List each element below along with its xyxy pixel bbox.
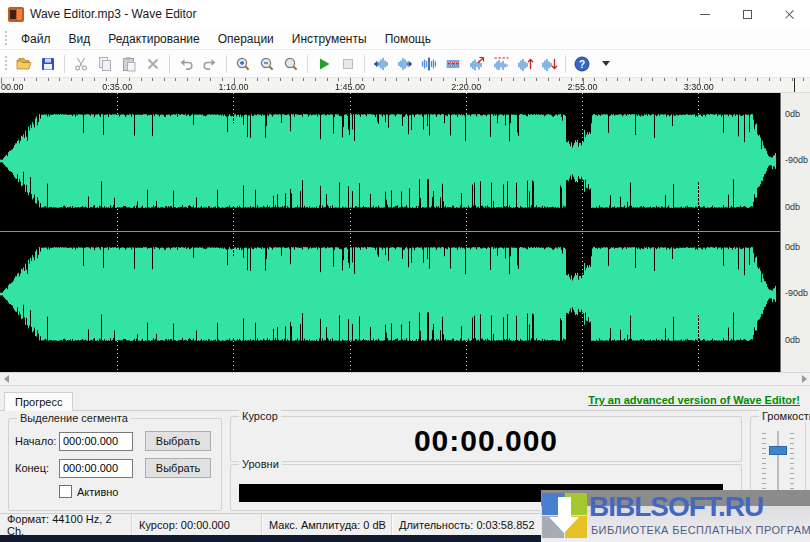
levels-group-title: Уровни [239, 458, 282, 470]
trim-left-icon [372, 55, 390, 73]
minimize-icon [700, 14, 710, 15]
attenuate-button[interactable] [537, 52, 561, 76]
segment-group-title: Выделение сегмента [17, 412, 131, 424]
play-icon [315, 55, 333, 73]
help-icon: ? [573, 55, 591, 73]
copy-button[interactable] [93, 52, 117, 76]
select-start-button[interactable]: Выбрать [145, 431, 211, 451]
amplify-up-icon [516, 55, 534, 73]
menu-edit[interactable]: Редактирование [99, 29, 208, 49]
minimize-button[interactable] [684, 0, 726, 28]
db-label: 0db [785, 202, 800, 212]
menu-operations[interactable]: Операции [209, 29, 283, 49]
split-button[interactable] [417, 52, 441, 76]
app-icon [8, 7, 24, 22]
delete-button[interactable] [141, 52, 165, 76]
segment-selection-group: Выделение сегмента Начало: Выбрать Конец… [8, 418, 222, 511]
watermark-title: BIBLSOFT.RU [589, 491, 763, 523]
db-label: -90db [785, 288, 808, 298]
help-button[interactable]: ? [570, 52, 594, 76]
open-folder-icon [15, 55, 33, 73]
attenuate-down-icon [540, 55, 558, 73]
watermark-subtitle: БИБЛИОТЕКА БЕСПЛАТНЫХ ПРОГРАММ [591, 524, 810, 536]
menu-file[interactable]: Файл [12, 29, 60, 49]
menu-gripper[interactable] [3, 31, 8, 47]
status-cursor: Курсор: 00:00.000 [132, 514, 262, 535]
select-all-button[interactable] [489, 52, 513, 76]
menu-view[interactable]: Вид [60, 29, 100, 49]
title-bar: Wave Editor.mp3 - Wave Editor [0, 0, 810, 28]
select-end-button[interactable]: Выбрать [145, 458, 211, 478]
undo-icon [177, 55, 195, 73]
end-input[interactable] [59, 459, 133, 478]
trim-left-button[interactable] [369, 52, 393, 76]
cursor-time-display: 00:00.000 [231, 424, 741, 458]
copy-icon [96, 55, 114, 73]
advanced-version-link[interactable]: Try an advanced version of Wave Editor! [588, 394, 800, 406]
db-label: -90db [785, 155, 808, 165]
biblsoft-watermark: BIBLSOFT.RU БИБЛИОТЕКА БЕСПЛАТНЫХ ПРОГРА… [541, 490, 810, 542]
trim-right-icon [396, 55, 414, 73]
menu-bar: Файл Вид Редактирование Операции Инструм… [0, 28, 810, 50]
toolbar-overflow-icon[interactable] [602, 61, 610, 66]
zoom-in-icon [234, 55, 252, 73]
maximize-button[interactable] [726, 0, 768, 28]
svg-text:?: ? [579, 58, 585, 69]
delete-selection-button[interactable] [441, 52, 465, 76]
select-all-icon [492, 55, 510, 73]
toolbar-gripper[interactable] [3, 56, 8, 72]
db-scale-strip: 0db -90db 0db 0db -90db 0db [780, 93, 810, 372]
timeline-ruler[interactable] [0, 78, 810, 93]
amplify-button[interactable] [513, 52, 537, 76]
window-title: Wave Editor.mp3 - Wave Editor [30, 7, 197, 21]
start-input[interactable] [59, 432, 133, 451]
db-label: 0db [785, 109, 800, 119]
redo-button[interactable] [198, 52, 222, 76]
paste-icon [120, 55, 138, 73]
db-label: 0db [785, 335, 800, 345]
status-amplitude: Макс. Амплитуда: 0 dB [262, 514, 392, 535]
close-icon [784, 9, 795, 20]
download-arrow-icon [542, 493, 587, 538]
undo-button[interactable] [174, 52, 198, 76]
cursor-group-title: Курсор [239, 410, 281, 422]
maximize-icon [743, 10, 752, 19]
waveform-area: 0db -90db 0db 0db -90db 0db [0, 93, 810, 372]
waveform-canvas[interactable] [0, 93, 780, 372]
paste-button[interactable] [117, 52, 141, 76]
zoom-full-button[interactable] [279, 52, 303, 76]
redo-icon [201, 55, 219, 73]
stop-button[interactable] [336, 52, 360, 76]
play-button[interactable] [312, 52, 336, 76]
split-icon [420, 55, 438, 73]
wave-editor-window: Wave Editor.mp3 - Wave Editor Файл Вид Р… [0, 0, 810, 542]
cut-button[interactable] [69, 52, 93, 76]
status-format: Формат: 44100 Hz, 2 Ch. [0, 514, 132, 535]
zoom-out-button[interactable] [255, 52, 279, 76]
volume-thumb[interactable] [769, 446, 787, 455]
zoom-out-icon [258, 55, 276, 73]
db-label: 0db [785, 242, 800, 252]
scroll-right-button[interactable] [798, 373, 810, 385]
volume-group-title: Громкость [759, 410, 810, 422]
zoom-in-button[interactable] [231, 52, 255, 76]
menu-tools[interactable]: Инструменты [283, 29, 376, 49]
crop-selection-button[interactable] [465, 52, 489, 76]
chevron-left-icon [4, 375, 9, 383]
delete-selection-icon [444, 55, 462, 73]
open-button[interactable] [12, 52, 36, 76]
tab-progress[interactable]: Прогресс [4, 392, 73, 411]
zoom-full-icon [282, 55, 300, 73]
active-checkbox[interactable] [59, 485, 72, 498]
menu-help[interactable]: Помощь [376, 29, 440, 49]
stop-icon [339, 55, 357, 73]
horizontal-scrollbar[interactable] [0, 372, 810, 385]
cursor-group: Курсор 00:00.000 [230, 416, 742, 462]
toolbar: ? [0, 50, 810, 78]
save-floppy-icon [39, 55, 57, 73]
save-button[interactable] [36, 52, 60, 76]
scroll-left-button[interactable] [0, 373, 12, 385]
close-button[interactable] [768, 0, 810, 28]
trim-right-button[interactable] [393, 52, 417, 76]
chevron-right-icon [802, 375, 807, 383]
